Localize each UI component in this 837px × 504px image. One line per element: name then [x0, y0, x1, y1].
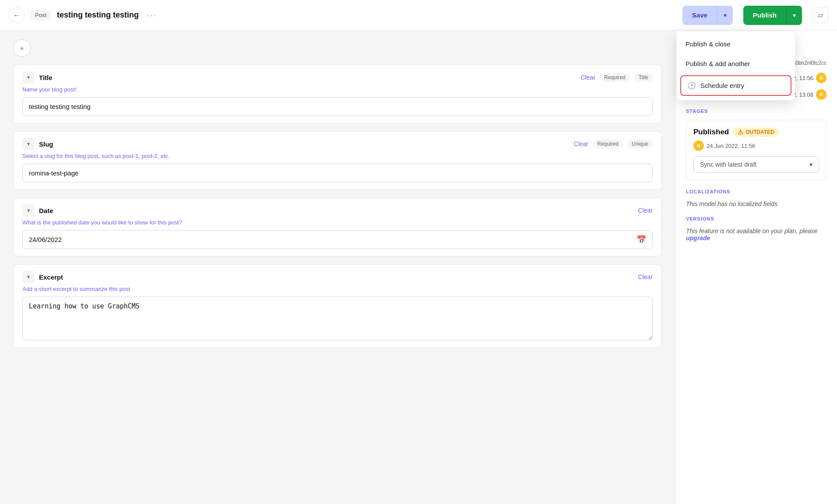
document-title: testing testing testing — [57, 10, 139, 20]
main-layout: » ▾ Title Clear Required Title Name your… — [0, 31, 837, 504]
chevron-down-icon: ▾ — [27, 274, 30, 280]
title-collapse-button[interactable]: ▾ — [22, 71, 35, 84]
localizations-section-title: LOCALIZATIONS — [686, 189, 826, 194]
publish-close-menu-item[interactable]: Publish & close — [677, 34, 795, 54]
excerpt-collapse-button[interactable]: ▾ — [22, 271, 35, 283]
chevron-down-icon: ▾ — [27, 74, 30, 80]
publish-button[interactable]: Publish — [743, 6, 786, 25]
calendar-icon[interactable]: 📅 — [630, 235, 652, 245]
stage-date: R 24 Jun 2022, 11:56 — [693, 140, 819, 151]
excerpt-field-block: ▾ Excerpt Clear Add a short excerpt to s… — [13, 264, 662, 348]
date-clear-button[interactable]: Clear — [638, 207, 653, 214]
publish-dropdown-button[interactable]: ▾ — [786, 6, 802, 25]
publish-add-another-menu-item[interactable]: Publish & add another — [677, 54, 795, 74]
date-field-hint: What is the published date you would lik… — [14, 217, 661, 230]
publish-add-another-label: Publish & add another — [686, 60, 750, 67]
topbar: ← Post testing testing testing ··· Save … — [0, 0, 837, 31]
back-icon: ← — [13, 11, 20, 19]
expand-collapse-button[interactable]: » — [13, 39, 31, 57]
title-field-header: ▾ Title Clear Required Title — [14, 65, 661, 84]
no-localized-text: This model has no localized fields — [686, 200, 826, 207]
title-clear-button[interactable]: Clear — [581, 74, 595, 81]
stage-card: Published ⚠ OUTDATED R 24 Jun 2022, 11:5… — [686, 120, 826, 180]
schedule-entry-label: Schedule entry — [700, 82, 744, 89]
title-field-block: ▾ Title Clear Required Title Name your b… — [13, 65, 662, 123]
schedule-entry-menu-item[interactable]: 🕐 Schedule entry — [680, 75, 791, 96]
slug-input[interactable] — [22, 164, 653, 182]
slug-clear-button[interactable]: Clear — [574, 140, 588, 147]
more-options-button[interactable]: ··· — [147, 10, 157, 20]
title-type-badge: Title — [634, 73, 653, 82]
stages-section-title: STAGES — [686, 108, 826, 114]
chevron-down-icon: ▾ — [27, 141, 30, 147]
title-field-name: Title — [39, 74, 577, 81]
avatar: R — [816, 89, 826, 100]
stage-header: Published ⚠ OUTDATED — [693, 127, 819, 137]
slug-unique-badge: Unique — [627, 140, 653, 148]
post-badge: Post — [31, 10, 51, 20]
slug-field-hint: Select a slug for this blog post, such a… — [14, 150, 661, 164]
title-required-badge: Required — [600, 73, 630, 82]
chevron-down-icon: ▾ — [724, 12, 727, 19]
excerpt-field-name: Excerpt — [39, 273, 634, 281]
excerpt-field-hint: Add a short excerpt to summarize this po… — [14, 283, 661, 297]
back-button[interactable]: ← — [9, 7, 25, 23]
versions-section-title: VERSIONS — [686, 216, 826, 221]
date-collapse-button[interactable]: ▾ — [22, 204, 35, 217]
outdated-label: OUTDATED — [746, 129, 774, 135]
save-button[interactable]: Save — [682, 6, 717, 25]
upgrade-link[interactable]: upgrade — [686, 234, 710, 242]
date-input[interactable] — [23, 231, 630, 248]
avatar: R — [693, 140, 704, 151]
date-input-row: 📅 — [22, 230, 653, 249]
sync-label: Sync with latest draft — [700, 161, 756, 168]
chevron-down-icon: ▾ — [809, 161, 812, 168]
publish-close-label: Publish & close — [686, 40, 731, 48]
slug-collapse-button[interactable]: ▾ — [22, 138, 35, 150]
date-field-header: ▾ Date Clear — [14, 198, 661, 217]
save-dropdown-button[interactable]: ▾ — [717, 6, 733, 25]
title-field-hint: Name your blog post! — [14, 84, 661, 97]
excerpt-field-header: ▾ Excerpt Clear — [14, 265, 661, 283]
warning-icon: ⚠ — [738, 129, 743, 136]
title-input[interactable] — [22, 97, 653, 116]
save-button-group: Save ▾ — [682, 6, 733, 25]
sync-dropdown[interactable]: Sync with latest draft ▾ — [693, 156, 819, 173]
slug-field-block: ▾ Slug Clear Required Unique Select a sl… — [13, 131, 662, 190]
chevron-right-icon: » — [20, 45, 24, 52]
published-stage-title: Published — [693, 128, 729, 136]
avatar: R — [816, 73, 826, 83]
layout-toggle-button[interactable]: ▱ — [812, 7, 828, 23]
excerpt-textarea[interactable]: Learning how to use GraphCMS — [22, 297, 653, 340]
chevron-down-icon: ▾ — [27, 207, 30, 214]
slug-field-name: Slug — [39, 140, 570, 148]
publish-dropdown-menu: Publish & close Publish & add another 🕐 … — [677, 32, 795, 100]
no-versions-label: This feature is not available on your pl… — [686, 228, 817, 234]
clock-icon: 🕐 — [687, 81, 696, 90]
layout-icon: ▱ — [818, 11, 823, 19]
chevron-down-icon: ▾ — [793, 12, 796, 19]
slug-required-badge: Required — [593, 140, 623, 148]
date-field-block: ▾ Date Clear What is the published date … — [13, 198, 662, 256]
publish-button-group: Publish ▾ — [743, 6, 802, 25]
right-panel: ENTRY ID cl4sktm7gbdah0bn2nl0tc2cc Creat… — [675, 31, 837, 504]
date-field-name: Date — [39, 207, 634, 214]
slug-field-header: ▾ Slug Clear Required Unique — [14, 132, 661, 150]
no-versions-text: This feature is not available on your pl… — [686, 228, 826, 242]
content-area: » ▾ Title Clear Required Title Name your… — [0, 31, 675, 504]
excerpt-clear-button[interactable]: Clear — [638, 273, 653, 280]
outdated-badge: ⚠ OUTDATED — [733, 127, 779, 137]
